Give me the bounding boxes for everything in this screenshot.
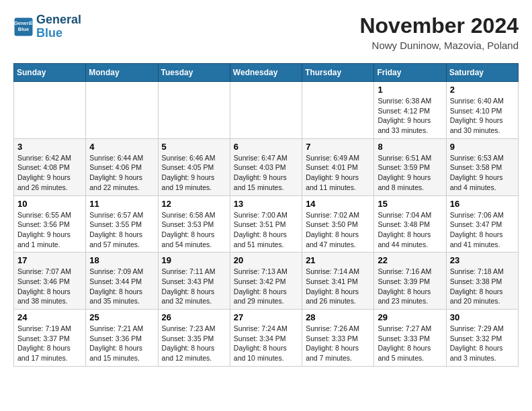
day-number: 16 bbox=[450, 199, 515, 209]
calendar-cell: 7Sunrise: 6:49 AM Sunset: 4:01 PM Daylig… bbox=[302, 138, 374, 195]
calendar-cell: 30Sunrise: 7:29 AM Sunset: 3:32 PM Dayli… bbox=[446, 310, 518, 367]
day-info: Sunrise: 7:26 AM Sunset: 3:33 PM Dayligh… bbox=[306, 324, 370, 363]
calendar-cell: 23Sunrise: 7:18 AM Sunset: 3:38 PM Dayli… bbox=[446, 253, 518, 310]
day-number: 1 bbox=[378, 85, 442, 95]
day-number: 26 bbox=[162, 312, 226, 322]
day-number: 10 bbox=[17, 199, 82, 209]
calendar-cell: 28Sunrise: 7:26 AM Sunset: 3:33 PM Dayli… bbox=[302, 310, 374, 367]
day-info: Sunrise: 7:18 AM Sunset: 3:38 PM Dayligh… bbox=[450, 267, 515, 306]
day-info: Sunrise: 6:47 AM Sunset: 4:03 PM Dayligh… bbox=[234, 153, 298, 193]
calendar-cell: 3Sunrise: 6:42 AM Sunset: 4:08 PM Daylig… bbox=[14, 138, 86, 195]
calendar-cell bbox=[86, 82, 158, 139]
day-number: 2 bbox=[450, 85, 515, 95]
calendar-cell: 19Sunrise: 7:11 AM Sunset: 3:43 PM Dayli… bbox=[158, 253, 230, 310]
day-number: 13 bbox=[234, 199, 298, 209]
day-number: 17 bbox=[17, 255, 82, 265]
weekday-sunday: Sunday bbox=[14, 64, 86, 82]
day-number: 27 bbox=[234, 312, 298, 322]
day-info: Sunrise: 7:00 AM Sunset: 3:51 PM Dayligh… bbox=[234, 210, 298, 250]
week-row-1: 1Sunrise: 6:38 AM Sunset: 4:12 PM Daylig… bbox=[14, 82, 519, 139]
calendar-cell: 15Sunrise: 7:04 AM Sunset: 3:48 PM Dayli… bbox=[374, 195, 446, 253]
day-info: Sunrise: 6:58 AM Sunset: 3:53 PM Dayligh… bbox=[162, 210, 226, 250]
calendar-table: SundayMondayTuesdayWednesdayThursdayFrid… bbox=[13, 63, 519, 367]
day-info: Sunrise: 7:14 AM Sunset: 3:41 PM Dayligh… bbox=[306, 267, 370, 306]
day-info: Sunrise: 7:27 AM Sunset: 3:33 PM Dayligh… bbox=[378, 324, 442, 363]
logo-text: General Blue bbox=[36, 13, 81, 40]
calendar-cell bbox=[302, 82, 374, 139]
day-number: 19 bbox=[162, 255, 226, 265]
day-number: 22 bbox=[378, 255, 442, 265]
day-number: 29 bbox=[378, 312, 442, 322]
week-row-5: 24Sunrise: 7:19 AM Sunset: 3:37 PM Dayli… bbox=[14, 310, 519, 367]
day-info: Sunrise: 6:46 AM Sunset: 4:05 PM Dayligh… bbox=[162, 153, 226, 193]
calendar-cell bbox=[230, 82, 302, 139]
day-info: Sunrise: 6:51 AM Sunset: 3:59 PM Dayligh… bbox=[378, 153, 442, 193]
day-info: Sunrise: 6:42 AM Sunset: 4:08 PM Dayligh… bbox=[17, 153, 82, 193]
day-number: 28 bbox=[306, 312, 370, 322]
calendar-cell: 24Sunrise: 7:19 AM Sunset: 3:37 PM Dayli… bbox=[14, 310, 86, 367]
weekday-tuesday: Tuesday bbox=[158, 64, 230, 82]
logo-line1: General bbox=[36, 13, 81, 27]
day-number: 23 bbox=[450, 255, 515, 265]
day-number: 24 bbox=[17, 312, 82, 322]
calendar-cell: 2Sunrise: 6:40 AM Sunset: 4:10 PM Daylig… bbox=[446, 82, 518, 139]
day-info: Sunrise: 7:24 AM Sunset: 3:34 PM Dayligh… bbox=[234, 324, 298, 363]
calendar-cell: 12Sunrise: 6:58 AM Sunset: 3:53 PM Dayli… bbox=[158, 195, 230, 253]
day-info: Sunrise: 7:11 AM Sunset: 3:43 PM Dayligh… bbox=[162, 267, 226, 306]
day-info: Sunrise: 7:02 AM Sunset: 3:50 PM Dayligh… bbox=[306, 210, 370, 250]
calendar-cell: 20Sunrise: 7:13 AM Sunset: 3:42 PM Dayli… bbox=[230, 253, 302, 310]
day-number: 20 bbox=[234, 255, 298, 265]
calendar-cell: 26Sunrise: 7:23 AM Sunset: 3:35 PM Dayli… bbox=[158, 310, 230, 367]
logo-line2: Blue bbox=[36, 26, 62, 40]
day-number: 25 bbox=[89, 312, 154, 322]
calendar-cell bbox=[14, 82, 86, 139]
weekday-header-row: SundayMondayTuesdayWednesdayThursdayFrid… bbox=[14, 64, 519, 82]
day-info: Sunrise: 7:13 AM Sunset: 3:42 PM Dayligh… bbox=[234, 267, 298, 306]
day-info: Sunrise: 6:38 AM Sunset: 4:12 PM Dayligh… bbox=[378, 96, 442, 136]
calendar-cell: 22Sunrise: 7:16 AM Sunset: 3:39 PM Dayli… bbox=[374, 253, 446, 310]
day-info: Sunrise: 6:44 AM Sunset: 4:06 PM Dayligh… bbox=[89, 153, 154, 193]
logo-icon: General Blue bbox=[13, 17, 34, 37]
weekday-thursday: Thursday bbox=[302, 64, 374, 82]
week-row-3: 10Sunrise: 6:55 AM Sunset: 3:56 PM Dayli… bbox=[14, 195, 519, 253]
calendar-cell: 29Sunrise: 7:27 AM Sunset: 3:33 PM Dayli… bbox=[374, 310, 446, 367]
weekday-monday: Monday bbox=[86, 64, 158, 82]
weekday-saturday: Saturday bbox=[446, 64, 518, 82]
calendar-cell: 10Sunrise: 6:55 AM Sunset: 3:56 PM Dayli… bbox=[14, 195, 86, 253]
day-number: 14 bbox=[306, 199, 370, 209]
calendar-cell: 4Sunrise: 6:44 AM Sunset: 4:06 PM Daylig… bbox=[86, 138, 158, 195]
calendar-cell bbox=[158, 82, 230, 139]
day-info: Sunrise: 7:21 AM Sunset: 3:36 PM Dayligh… bbox=[89, 324, 154, 363]
calendar-cell: 25Sunrise: 7:21 AM Sunset: 3:36 PM Dayli… bbox=[86, 310, 158, 367]
day-info: Sunrise: 7:19 AM Sunset: 3:37 PM Dayligh… bbox=[17, 324, 82, 363]
calendar-cell: 8Sunrise: 6:51 AM Sunset: 3:59 PM Daylig… bbox=[374, 138, 446, 195]
calendar-title-block: November 2024 Nowy Duninow, Mazovia, Pol… bbox=[359, 13, 519, 58]
calendar-cell: 1Sunrise: 6:38 AM Sunset: 4:12 PM Daylig… bbox=[374, 82, 446, 139]
day-number: 6 bbox=[234, 142, 298, 152]
calendar-body: 1Sunrise: 6:38 AM Sunset: 4:12 PM Daylig… bbox=[14, 82, 519, 367]
day-info: Sunrise: 7:06 AM Sunset: 3:47 PM Dayligh… bbox=[450, 210, 515, 250]
day-info: Sunrise: 7:04 AM Sunset: 3:48 PM Dayligh… bbox=[378, 210, 442, 250]
day-number: 15 bbox=[378, 199, 442, 209]
calendar-subtitle: Nowy Duninow, Mazovia, Poland bbox=[359, 40, 519, 51]
week-row-2: 3Sunrise: 6:42 AM Sunset: 4:08 PM Daylig… bbox=[14, 138, 519, 195]
day-info: Sunrise: 7:16 AM Sunset: 3:39 PM Dayligh… bbox=[378, 267, 442, 306]
calendar-title: November 2024 bbox=[359, 13, 519, 38]
day-info: Sunrise: 6:57 AM Sunset: 3:55 PM Dayligh… bbox=[89, 210, 154, 250]
day-number: 18 bbox=[89, 255, 154, 265]
calendar-cell: 14Sunrise: 7:02 AM Sunset: 3:50 PM Dayli… bbox=[302, 195, 374, 253]
calendar-cell: 5Sunrise: 6:46 AM Sunset: 4:05 PM Daylig… bbox=[158, 138, 230, 195]
day-number: 4 bbox=[89, 142, 154, 152]
calendar-cell: 18Sunrise: 7:09 AM Sunset: 3:44 PM Dayli… bbox=[86, 253, 158, 310]
weekday-wednesday: Wednesday bbox=[230, 64, 302, 82]
day-number: 21 bbox=[306, 255, 370, 265]
calendar-cell: 16Sunrise: 7:06 AM Sunset: 3:47 PM Dayli… bbox=[446, 195, 518, 253]
day-info: Sunrise: 6:49 AM Sunset: 4:01 PM Dayligh… bbox=[306, 153, 370, 193]
calendar-cell: 17Sunrise: 7:07 AM Sunset: 3:46 PM Dayli… bbox=[14, 253, 86, 310]
day-number: 30 bbox=[450, 312, 515, 322]
day-info: Sunrise: 7:07 AM Sunset: 3:46 PM Dayligh… bbox=[17, 267, 82, 306]
calendar-cell: 6Sunrise: 6:47 AM Sunset: 4:03 PM Daylig… bbox=[230, 138, 302, 195]
day-number: 3 bbox=[17, 142, 82, 152]
day-number: 9 bbox=[450, 142, 515, 152]
day-info: Sunrise: 7:23 AM Sunset: 3:35 PM Dayligh… bbox=[162, 324, 226, 363]
